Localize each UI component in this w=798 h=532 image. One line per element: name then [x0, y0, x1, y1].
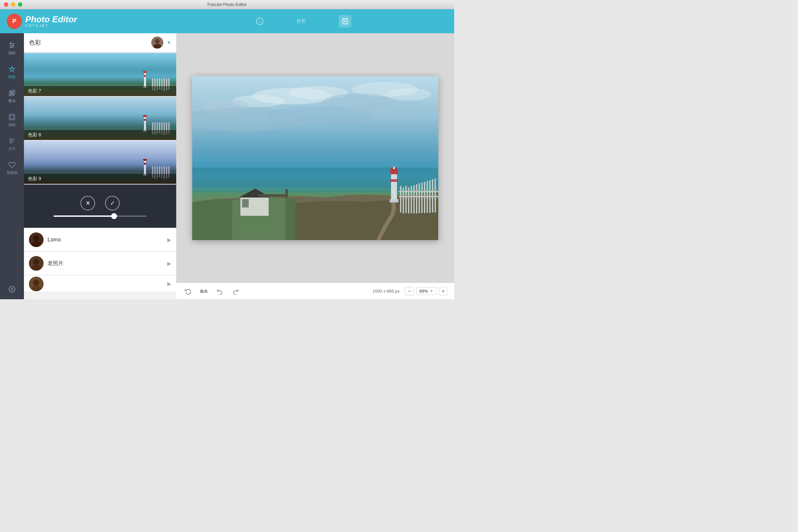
svg-rect-21 [144, 71, 146, 86]
svg-point-17 [11, 288, 13, 290]
svg-rect-26 [144, 119, 146, 121]
canvas-main [176, 33, 454, 283]
filter-intensity-slider[interactable] [54, 215, 147, 217]
sidebar-label-sticker: 剪贴画 [7, 170, 18, 175]
filter-slider-thumb[interactable] [111, 213, 117, 219]
header: P Photo Editor FOTOJET 打开 [0, 9, 454, 33]
sidebar-item-settings[interactable] [0, 279, 24, 299]
sidebar-item-edit[interactable]: 编辑 [0, 37, 24, 60]
category-header[interactable]: 色彩 ▼ [24, 33, 176, 52]
svg-point-9 [11, 46, 12, 48]
filter-slider-fill [54, 215, 114, 217]
window-title: FotoJet Photo Editor [208, 2, 247, 7]
filter-item-8[interactable]: 色彩 8 [24, 97, 176, 140]
svg-rect-3 [344, 22, 346, 24]
undo-button[interactable] [214, 286, 225, 297]
minimize-button[interactable] [11, 2, 15, 7]
vintage-name: 老照片 [48, 260, 63, 267]
hint-button[interactable] [256, 17, 264, 25]
category-right: ▼ [151, 37, 171, 49]
category-title: 色彩 [29, 39, 41, 46]
svg-rect-1 [342, 19, 348, 24]
svg-rect-2 [343, 19, 346, 21]
redo-button[interactable] [230, 286, 241, 297]
category-thumbnail [151, 37, 163, 49]
category-row-lomo[interactable]: Lomo ▶ [24, 228, 176, 251]
filter-item-9[interactable]: 色彩 9 [24, 141, 176, 184]
svg-point-28 [143, 115, 147, 117]
svg-point-34 [33, 235, 39, 241]
sidebar-item-sticker[interactable]: 剪贴画 [0, 156, 24, 180]
svg-point-40 [33, 280, 39, 286]
category-row-vintage[interactable]: 老照片 ▶ [24, 252, 176, 275]
sidebar-item-effects[interactable]: 特效 [0, 60, 24, 84]
dropdown-arrow-icon[interactable]: ▼ [167, 40, 171, 45]
vintage-thumbnail [29, 256, 43, 271]
header-actions: 打开 [159, 15, 448, 27]
zoom-out-button[interactable]: − [405, 287, 414, 296]
window-controls[interactable] [4, 2, 22, 7]
svg-rect-14 [9, 114, 15, 120]
logo-sub: FOTOJET [25, 24, 77, 27]
lomo-name: Lomo [48, 237, 61, 243]
logo-icon: P [7, 14, 22, 29]
svg-point-19 [155, 39, 159, 43]
save-button[interactable] [339, 15, 352, 27]
rotate-button[interactable] [183, 286, 193, 297]
filter-cancel-button[interactable]: ✕ [80, 196, 95, 210]
bottom-toolbar: B⁄A 1000 x 666 px − [176, 283, 454, 299]
svg-rect-83 [192, 76, 438, 240]
filter-label-8: 色彩 8 [24, 130, 176, 140]
logo-area: P Photo Editor FOTOJET [7, 14, 159, 29]
svg-text:T: T [10, 140, 12, 143]
sidebar-item-text[interactable]: T 文字 [0, 132, 24, 156]
zoom-dropdown-icon: ▼ [430, 289, 433, 293]
before-after-button[interactable]: B⁄A [199, 286, 209, 297]
svg-point-37 [33, 259, 39, 265]
canvas-area: B⁄A 1000 x 666 px − [176, 33, 454, 299]
sidebar-item-overlay[interactable]: 叠加 [0, 84, 24, 108]
vintage-row-left: 老照片 [29, 256, 63, 271]
svg-rect-25 [144, 115, 146, 130]
open-button[interactable]: 打开 [297, 18, 306, 24]
filter-controls: ✕ ✓ [24, 185, 176, 228]
main-content: 编辑 特效 叠加 相框 [0, 33, 454, 299]
extra-arrow-icon: ▶ [167, 281, 171, 287]
sidebar-label-overlay: 叠加 [8, 98, 16, 103]
filter-label-9: 色彩 9 [24, 174, 176, 184]
extra-row-left [29, 277, 43, 291]
lomo-thumbnail [29, 232, 43, 247]
filter-item-7[interactable]: 色彩 7 [24, 53, 176, 96]
filter-label-7: 色彩 7 [24, 86, 176, 96]
close-button[interactable] [4, 2, 8, 7]
lomo-arrow-icon: ▶ [167, 237, 171, 243]
zoom-in-button[interactable]: + [439, 287, 448, 296]
sidebar-item-frame[interactable]: 相框 [0, 108, 24, 132]
photo-background [192, 76, 438, 240]
svg-point-24 [143, 71, 147, 73]
sidebar-label-edit: 编辑 [8, 51, 16, 56]
zoom-display[interactable]: 66% ▼ [416, 287, 436, 295]
sidebar: 编辑 特效 叠加 相框 [0, 33, 24, 299]
filter-confirm-button[interactable]: ✓ [105, 196, 120, 210]
svg-rect-30 [144, 163, 146, 165]
sidebar-label-effects: 特效 [8, 75, 16, 79]
vintage-arrow-icon: ▶ [167, 260, 171, 267]
svg-point-7 [10, 43, 12, 44]
sidebar-label-text: 文字 [8, 146, 16, 151]
svg-rect-22 [144, 75, 146, 77]
photo-frame [192, 76, 438, 240]
zoom-value: 66% [419, 289, 428, 293]
extra-thumbnail [29, 277, 43, 291]
sidebar-label-frame: 相框 [8, 122, 16, 127]
logo-text: Photo Editor FOTOJET [25, 15, 77, 27]
lomo-row-left: Lomo [29, 232, 61, 247]
logo-main: Photo Editor [25, 15, 77, 24]
image-dimensions: 1000 x 666 px [373, 289, 400, 293]
filter-action-buttons: ✕ ✓ [80, 196, 120, 210]
svg-rect-15 [10, 115, 13, 118]
category-row-extra[interactable]: ▶ [24, 276, 176, 292]
maximize-button[interactable] [18, 2, 22, 7]
effects-panel: 色彩 ▼ [24, 33, 176, 299]
titlebar: FotoJet Photo Editor [0, 0, 454, 9]
